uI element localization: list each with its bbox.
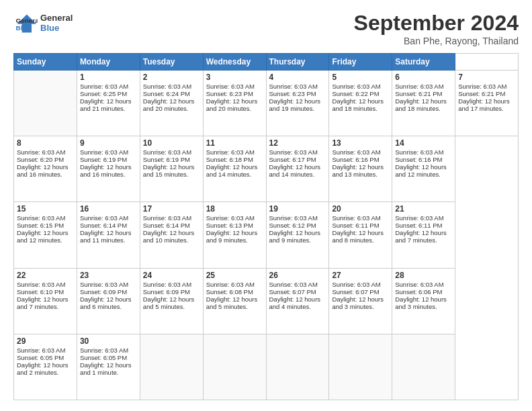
calendar-cell: 3Sunrise: 6:03 AMSunset: 6:23 PMDaylight… <box>203 71 266 136</box>
month-title: September 2024 <box>354 11 519 36</box>
calendar-cell: 7Sunrise: 6:03 AMSunset: 6:21 PMDaylight… <box>455 71 519 136</box>
daylight-text: Daylight: 12 hours and 12 minutes. <box>395 163 452 178</box>
daylight-text: Daylight: 12 hours and 7 minutes. <box>395 229 452 244</box>
sunset-text: Sunset: 6:23 PM <box>206 90 263 97</box>
calendar-cell: 21Sunrise: 6:03 AMSunset: 6:11 PMDayligh… <box>392 202 455 268</box>
sunrise-text: Sunrise: 6:03 AM <box>395 83 452 90</box>
day-number: 16 <box>80 204 137 214</box>
day-number: 13 <box>332 138 389 148</box>
calendar-cell <box>14 71 77 136</box>
daylight-text: Daylight: 12 hours and 11 minutes. <box>80 229 137 244</box>
calendar-cell <box>329 334 392 400</box>
sunset-text: Sunset: 6:07 PM <box>332 288 389 295</box>
week-row-2: 15Sunrise: 6:03 AMSunset: 6:15 PMDayligh… <box>14 202 519 268</box>
calendar-cell: 17Sunrise: 6:03 AMSunset: 6:14 PMDayligh… <box>140 202 203 268</box>
calendar-cell: 30Sunrise: 6:03 AMSunset: 6:05 PMDayligh… <box>77 334 140 400</box>
sunset-text: Sunset: 6:20 PM <box>17 156 74 163</box>
sunset-text: Sunset: 6:17 PM <box>269 156 326 163</box>
sunrise-text: Sunrise: 6:03 AM <box>395 214 452 222</box>
calendar-cell: 9Sunrise: 6:03 AMSunset: 6:19 PMDaylight… <box>77 136 140 202</box>
title-block: September 2024 Ban Phe, Rayong, Thailand <box>354 11 519 46</box>
calendar-cell: 19Sunrise: 6:03 AMSunset: 6:12 PMDayligh… <box>266 202 329 268</box>
daylight-text: Daylight: 12 hours and 18 minutes. <box>332 97 389 112</box>
daylight-text: Daylight: 12 hours and 21 minutes. <box>80 97 137 112</box>
day-header-wednesday: Wednesday <box>203 54 266 71</box>
sunset-text: Sunset: 6:23 PM <box>269 90 326 97</box>
sunrise-text: Sunrise: 6:03 AM <box>206 83 263 90</box>
day-number: 28 <box>395 271 452 280</box>
sunrise-text: Sunrise: 6:03 AM <box>269 214 326 222</box>
day-number: 26 <box>269 271 326 280</box>
sunrise-text: Sunrise: 6:03 AM <box>269 83 326 90</box>
sunrise-text: Sunrise: 6:03 AM <box>17 148 74 156</box>
calendar-cell: 1Sunrise: 6:03 AMSunset: 6:25 PMDaylight… <box>77 71 140 136</box>
daylight-text: Daylight: 12 hours and 14 minutes. <box>206 163 263 178</box>
sunrise-text: Sunrise: 6:03 AM <box>332 214 389 222</box>
daylight-text: Daylight: 12 hours and 3 minutes. <box>395 295 452 310</box>
day-number: 17 <box>143 204 200 214</box>
day-header-saturday: Saturday <box>392 54 455 71</box>
sunset-text: Sunset: 6:16 PM <box>395 156 452 163</box>
calendar-cell: 20Sunrise: 6:03 AMSunset: 6:11 PMDayligh… <box>329 202 392 268</box>
sunset-text: Sunset: 6:24 PM <box>143 90 200 97</box>
sunset-text: Sunset: 6:05 PM <box>17 354 74 361</box>
sunrise-text: Sunrise: 6:03 AM <box>80 83 137 90</box>
week-row-1: 8Sunrise: 6:03 AMSunset: 6:20 PMDaylight… <box>14 136 519 202</box>
sunset-text: Sunset: 6:14 PM <box>143 222 200 229</box>
day-number: 2 <box>143 73 200 82</box>
day-number: 1 <box>80 73 137 82</box>
calendar-cell <box>203 334 266 400</box>
day-header-tuesday: Tuesday <box>140 54 203 71</box>
sunrise-text: Sunrise: 6:03 AM <box>269 148 326 156</box>
sunset-text: Sunset: 6:05 PM <box>80 354 137 361</box>
day-header-sunday: Sunday <box>14 54 77 71</box>
day-header-monday: Monday <box>77 54 140 71</box>
daylight-text: Daylight: 12 hours and 20 minutes. <box>206 97 263 112</box>
day-number: 4 <box>269 73 326 82</box>
calendar-cell: 28Sunrise: 6:03 AMSunset: 6:06 PMDayligh… <box>392 268 455 334</box>
sunrise-text: Sunrise: 6:03 AM <box>332 281 389 288</box>
day-number: 8 <box>17 138 74 148</box>
day-number: 22 <box>17 271 74 280</box>
daylight-text: Daylight: 12 hours and 16 minutes. <box>80 163 137 178</box>
day-number: 21 <box>395 204 452 214</box>
sunset-text: Sunset: 6:11 PM <box>332 222 389 229</box>
sunrise-text: Sunrise: 6:03 AM <box>17 214 74 222</box>
day-number: 15 <box>17 204 74 214</box>
calendar-cell: 23Sunrise: 6:03 AMSunset: 6:09 PMDayligh… <box>77 268 140 334</box>
svg-text:General: General <box>16 17 38 24</box>
day-number: 11 <box>206 138 263 148</box>
sunrise-text: Sunrise: 6:03 AM <box>143 83 200 90</box>
sunset-text: Sunset: 6:15 PM <box>17 222 74 229</box>
sunset-text: Sunset: 6:16 PM <box>332 156 389 163</box>
daylight-text: Daylight: 12 hours and 3 minutes. <box>332 295 389 310</box>
daylight-text: Daylight: 12 hours and 5 minutes. <box>143 295 200 310</box>
calendar-cell <box>140 334 203 400</box>
sunrise-text: Sunrise: 6:03 AM <box>332 83 389 90</box>
sunset-text: Sunset: 6:11 PM <box>395 222 452 229</box>
sunrise-text: Sunrise: 6:03 AM <box>395 148 452 156</box>
sunrise-text: Sunrise: 6:03 AM <box>269 281 326 288</box>
calendar-cell: 10Sunrise: 6:03 AMSunset: 6:19 PMDayligh… <box>140 136 203 202</box>
daylight-text: Daylight: 12 hours and 17 minutes. <box>458 97 515 112</box>
calendar-cell: 2Sunrise: 6:03 AMSunset: 6:24 PMDaylight… <box>140 71 203 136</box>
sunset-text: Sunset: 6:08 PM <box>206 288 263 295</box>
calendar-cell: 27Sunrise: 6:03 AMSunset: 6:07 PMDayligh… <box>329 268 392 334</box>
daylight-text: Daylight: 12 hours and 12 minutes. <box>17 229 74 244</box>
header: General Blue General Blue September 2024… <box>13 11 519 46</box>
sunset-text: Sunset: 6:21 PM <box>395 90 452 97</box>
logo-line1: General <box>40 13 73 23</box>
week-row-0: 1Sunrise: 6:03 AMSunset: 6:25 PMDaylight… <box>14 71 519 136</box>
day-number: 24 <box>143 271 200 280</box>
daylight-text: Daylight: 12 hours and 13 minutes. <box>332 163 389 178</box>
sunset-text: Sunset: 6:21 PM <box>458 90 515 97</box>
day-number: 19 <box>269 204 326 214</box>
sunrise-text: Sunrise: 6:03 AM <box>17 347 74 354</box>
day-number: 7 <box>458 73 515 82</box>
daylight-text: Daylight: 12 hours and 18 minutes. <box>395 97 452 112</box>
calendar-table: SundayMondayTuesdayWednesdayThursdayFrid… <box>13 53 519 400</box>
day-number: 23 <box>80 271 137 280</box>
daylight-text: Daylight: 12 hours and 2 minutes. <box>17 361 74 376</box>
day-number: 6 <box>395 73 452 82</box>
sunrise-text: Sunrise: 6:03 AM <box>80 214 137 222</box>
